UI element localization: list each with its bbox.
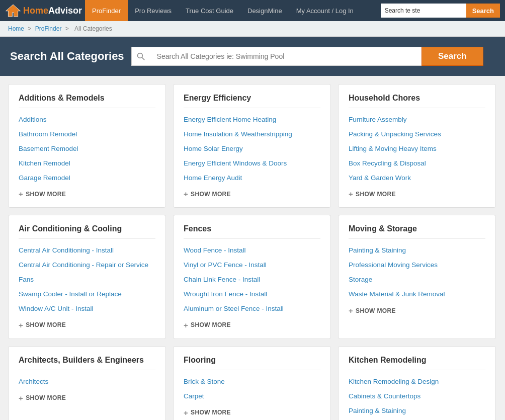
category-link-0-2[interactable]: Basement Remodel: [19, 145, 78, 152]
show-more-plus-icon: +: [184, 408, 188, 417]
list-item: Box Recycling & Disposal: [349, 159, 485, 169]
category-link-0-0[interactable]: Additions: [19, 116, 47, 123]
category-link-8-1[interactable]: Cabinets & Countertops: [349, 392, 420, 400]
category-card-8: Kitchen RemodelingKitchen Remodeling & D…: [338, 346, 496, 420]
category-link-6-0[interactable]: Architects: [19, 378, 48, 385]
nav-account[interactable]: My Account / Log In: [289, 0, 361, 21]
category-link-7-1[interactable]: Carpet: [184, 392, 204, 400]
category-card-2: Household ChoresFurniture AssemblyPackin…: [338, 84, 496, 208]
search-icon-wrap: [131, 47, 150, 66]
nav-search-button[interactable]: Search: [466, 4, 500, 18]
category-link-4-3[interactable]: Wrought Iron Fence - Install: [184, 290, 267, 298]
category-list-3: Central Air Conditioning - InstallCentra…: [19, 246, 155, 313]
category-link-4-2[interactable]: Chain Link Fence - Install: [184, 276, 260, 283]
category-list-4: Wood Fence - InstallVinyl or PVC Fence -…: [184, 246, 320, 313]
search-icon: [137, 52, 145, 60]
breadcrumb-sep1: >: [28, 25, 33, 32]
search-hero: Search All Categories Search: [0, 37, 505, 76]
show-more-button-4[interactable]: + SHOW MORE: [184, 321, 320, 329]
category-title-6: Architects, Builders & Engineers: [19, 356, 155, 370]
category-link-3-1[interactable]: Central Air Conditioning - Repair or Ser…: [19, 261, 148, 269]
list-item: Architects: [19, 377, 155, 387]
list-item: Yard & Garden Work: [349, 174, 485, 183]
nav-profinder[interactable]: ProFinder: [85, 0, 128, 21]
category-link-8-0[interactable]: Kitchen Remodeling & Design: [349, 378, 439, 385]
list-item: Vinyl or PVC Fence - Install: [184, 261, 320, 270]
category-link-4-4[interactable]: Aluminum or Steel Fence - Install: [184, 305, 284, 312]
logo-text: Home: [23, 6, 48, 16]
logo[interactable]: Home Advisor: [5, 4, 82, 18]
category-list-1: Energy Efficient Home HeatingHome Insula…: [184, 115, 320, 183]
show-more-plus-icon: +: [349, 190, 353, 198]
category-link-2-3[interactable]: Box Recycling & Disposal: [349, 159, 426, 167]
category-link-0-4[interactable]: Garage Remodel: [19, 174, 70, 182]
category-link-1-3[interactable]: Energy Efficient Windows & Doors: [184, 159, 287, 167]
nav-search-form: Search: [381, 4, 500, 18]
show-more-button-7[interactable]: + SHOW MORE: [184, 408, 320, 417]
category-card-5: Moving & StoragePainting & StainingProfe…: [338, 215, 496, 339]
category-link-3-0[interactable]: Central Air Conditioning - Install: [19, 246, 114, 254]
category-link-4-0[interactable]: Wood Fence - Install: [184, 246, 246, 254]
list-item: Waste Material & Junk Removal: [349, 290, 485, 299]
search-hero-form: Search: [131, 47, 483, 66]
show-more-button-1[interactable]: + SHOW MORE: [184, 190, 320, 198]
show-more-button-6[interactable]: + SHOW MORE: [19, 394, 155, 402]
hero-search-button[interactable]: Search: [422, 47, 483, 66]
category-link-4-1[interactable]: Vinyl or PVC Fence - Install: [184, 261, 267, 269]
show-more-button-2[interactable]: + SHOW MORE: [349, 190, 485, 198]
svg-point-1: [137, 53, 142, 58]
list-item: Energy Efficient Home Heating: [184, 115, 320, 125]
show-more-button-0[interactable]: + SHOW MORE: [19, 190, 155, 198]
category-link-5-0[interactable]: Painting & Staining: [349, 246, 406, 254]
list-item: Additions: [19, 115, 155, 125]
nav-search-input[interactable]: [381, 4, 466, 18]
category-link-1-0[interactable]: Energy Efficient Home Heating: [184, 116, 276, 123]
list-item: Bathroom Remodel: [19, 130, 155, 139]
list-item: Packing & Unpacking Services: [349, 130, 485, 139]
category-link-1-1[interactable]: Home Insulation & Weatherstripping: [184, 130, 292, 138]
category-link-0-3[interactable]: Kitchen Remodel: [19, 159, 70, 167]
list-item: Wrought Iron Fence - Install: [184, 290, 320, 299]
list-item: Painting & Staining: [349, 246, 485, 256]
category-link-2-0[interactable]: Furniture Assembly: [349, 116, 407, 123]
category-link-7-0[interactable]: Brick & Stone: [184, 378, 225, 385]
breadcrumb-home[interactable]: Home: [8, 25, 24, 32]
show-more-button-5[interactable]: + SHOW MORE: [349, 306, 485, 315]
list-item: Painting & Staining: [349, 406, 485, 416]
category-link-2-4[interactable]: Yard & Garden Work: [349, 174, 411, 182]
breadcrumb: Home > ProFinder > All Categories: [0, 21, 505, 37]
category-link-3-3[interactable]: Swamp Cooler - Install or Replace: [19, 290, 122, 298]
show-more-plus-icon: +: [19, 321, 23, 329]
nav-pro-reviews[interactable]: Pro Reviews: [128, 0, 179, 21]
list-item: Fans: [19, 275, 155, 285]
category-link-2-1[interactable]: Packing & Unpacking Services: [349, 130, 441, 138]
hero-search-input[interactable]: [150, 47, 422, 66]
category-title-8: Kitchen Remodeling: [349, 356, 485, 370]
category-list-5: Painting & StainingProfessional Moving S…: [349, 246, 485, 299]
category-link-2-2[interactable]: Lifting & Moving Heavy Items: [349, 145, 437, 152]
category-list-8: Kitchen Remodeling & DesignCabinets & Co…: [349, 377, 485, 416]
list-item: Lifting & Moving Heavy Items: [349, 144, 485, 154]
category-link-1-2[interactable]: Home Solar Energy: [184, 145, 243, 152]
category-link-3-2[interactable]: Fans: [19, 276, 34, 283]
show-more-button-3[interactable]: + SHOW MORE: [19, 321, 155, 329]
category-link-5-2[interactable]: Storage: [349, 276, 372, 283]
nav-true-cost[interactable]: True Cost Guide: [179, 0, 240, 21]
list-item: Cabinets & Countertops: [349, 392, 485, 401]
category-link-5-3[interactable]: Waste Material & Junk Removal: [349, 290, 445, 298]
list-item: Brick & Stone: [184, 377, 320, 387]
list-item: Wood Fence - Install: [184, 246, 320, 256]
nav-designmine[interactable]: DesignMine: [240, 0, 289, 21]
list-item: Professional Moving Services: [349, 261, 485, 270]
show-more-plus-icon: +: [184, 190, 188, 198]
category-link-8-2[interactable]: Painting & Staining: [349, 407, 406, 414]
breadcrumb-profinder[interactable]: ProFinder: [35, 25, 62, 32]
category-link-5-1[interactable]: Professional Moving Services: [349, 261, 438, 269]
category-link-1-4[interactable]: Home Energy Audit: [184, 174, 242, 182]
category-link-3-4[interactable]: Window A/C Unit - Install: [19, 305, 94, 312]
list-item: Window A/C Unit - Install: [19, 304, 155, 314]
logo-text-advisor: Advisor: [48, 6, 82, 16]
category-card-4: FencesWood Fence - InstallVinyl or PVC F…: [173, 215, 331, 339]
category-link-0-1[interactable]: Bathroom Remodel: [19, 130, 77, 138]
show-more-plus-icon: +: [19, 394, 23, 402]
